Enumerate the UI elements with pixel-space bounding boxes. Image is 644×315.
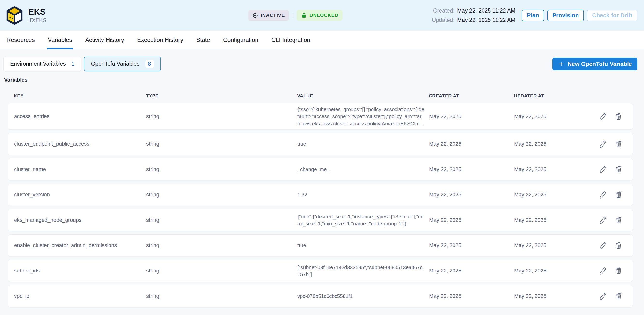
cell-created-at: May 22, 2025 [429, 166, 514, 172]
tab-cli-integration[interactable]: CLI Integration [265, 31, 317, 49]
delete-trash-icon[interactable] [614, 190, 623, 199]
row-actions [595, 140, 623, 148]
cell-created-at: May 22, 2025 [429, 113, 514, 120]
delete-trash-icon[interactable] [614, 140, 623, 148]
tab-activity-history[interactable]: Activity History [78, 31, 130, 49]
row-actions [595, 241, 623, 250]
table-header-row: KEY TYPE VALUE CREATED AT UPDATED AT [8, 93, 633, 99]
cell-type: string [146, 268, 297, 274]
cell-updated-at: May 22, 2025 [514, 217, 595, 223]
check-for-drift-button[interactable]: Check for Drift [587, 10, 638, 21]
edit-pencil-icon[interactable] [598, 267, 607, 275]
cell-value: 1.32 [297, 191, 429, 198]
cell-created-at: May 22, 2025 [429, 293, 514, 299]
cell-type: string [146, 192, 297, 198]
row-actions [595, 112, 623, 121]
variables-toolbar: Environment Variables1OpenTofu Variables… [4, 56, 638, 71]
cell-type: string [146, 166, 297, 172]
cell-created-at: May 22, 2025 [429, 192, 514, 198]
cell-updated-at: May 22, 2025 [514, 166, 595, 172]
table-row: cluster_namestring_change_me_May 22, 202… [8, 158, 633, 180]
toggle-environment-variables[interactable]: Environment Variables1 [4, 56, 81, 71]
cell-value: true [297, 140, 429, 147]
column-header-updated-at: UPDATED AT [514, 93, 595, 99]
edit-pencil-icon[interactable] [598, 241, 607, 250]
table-row: subnet_idsstring["subnet-08f14e7142d3335… [8, 260, 633, 282]
delete-trash-icon[interactable] [614, 241, 623, 250]
timestamps: Created: May 22, 2025 11:22 AM Updated: … [432, 7, 516, 23]
cell-type: string [146, 242, 297, 249]
cell-updated-at: May 22, 2025 [514, 242, 595, 249]
toggle-count-badge: 8 [145, 60, 154, 68]
status-badge-inactive: INACTIVE [248, 10, 289, 21]
cell-key: vpc_id [14, 293, 146, 299]
opentofu-logo-icon [4, 5, 25, 26]
new-opentofu-variable-button[interactable]: New OpenTofu Variable [552, 58, 638, 70]
cell-key: enable_cluster_creator_admin_permissions [14, 242, 146, 249]
environment-header: EKS ID:EKS INACTIVE UNLOCKED Created: Ma [0, 0, 644, 31]
updated-label: Updated: [432, 17, 454, 23]
toggle-label: OpenTofu Variables [91, 61, 139, 67]
cell-updated-at: May 22, 2025 [514, 268, 595, 274]
delete-trash-icon[interactable] [614, 112, 623, 121]
cell-created-at: May 22, 2025 [429, 141, 514, 147]
variables-table: KEY TYPE VALUE CREATED AT UPDATED AT acc… [8, 93, 633, 307]
edit-pencil-icon[interactable] [598, 216, 607, 224]
edit-pencil-icon[interactable] [598, 190, 607, 199]
delete-trash-icon[interactable] [614, 292, 623, 301]
tab-variables[interactable]: Variables [41, 31, 78, 49]
tab-state[interactable]: State [190, 31, 216, 49]
row-actions [595, 190, 623, 199]
lock-status-badge: UNLOCKED [296, 10, 342, 21]
cell-key: cluster_name [14, 166, 146, 172]
status-badge-label: INACTIVE [260, 12, 285, 18]
cell-updated-at: May 22, 2025 [514, 141, 595, 147]
cell-value: {"one":{"desired_size":1,"instance_types… [297, 213, 429, 227]
updated-value: May 22, 2025 11:22 AM [457, 17, 516, 23]
table-row: cluster_endpoint_public_accessstringtrue… [8, 133, 633, 155]
table-row: access_entriesstring{"sso":{"kubernetes_… [8, 103, 633, 130]
plus-icon [558, 61, 564, 67]
edit-pencil-icon[interactable] [598, 140, 607, 148]
delete-trash-icon[interactable] [614, 216, 623, 224]
cell-created-at: May 22, 2025 [429, 268, 514, 274]
cell-created-at: May 22, 2025 [429, 217, 514, 223]
environment-id: ID:EKS [28, 17, 46, 24]
cell-updated-at: May 22, 2025 [514, 192, 595, 198]
delete-trash-icon[interactable] [614, 165, 623, 174]
created-value: May 22, 2025 11:22 AM [457, 7, 516, 14]
column-header-created-at: CREATED AT [429, 93, 514, 99]
table-row: enable_cluster_creator_admin_permissions… [8, 234, 633, 257]
circle-minus-icon [252, 12, 258, 18]
cell-key: eks_managed_node_groups [14, 217, 146, 223]
cell-type: string [146, 217, 297, 223]
plan-button[interactable]: Plan [522, 10, 544, 21]
cell-type: string [146, 113, 297, 120]
row-actions [595, 165, 623, 174]
table-row: vpc_idstringvpc-078b51c6cbc5581f1May 22,… [8, 285, 633, 307]
page-title: EKS [28, 7, 46, 16]
row-actions [595, 216, 623, 224]
toggle-opentofu-variables[interactable]: OpenTofu Variables8 [84, 56, 160, 71]
delete-trash-icon[interactable] [614, 267, 623, 275]
table-title: Variables [4, 77, 644, 83]
provision-button[interactable]: Provision [547, 10, 584, 21]
cell-key: access_entries [14, 113, 146, 120]
toggle-label: Environment Variables [10, 61, 66, 67]
edit-pencil-icon[interactable] [598, 112, 607, 121]
created-label: Created: [432, 7, 454, 14]
cell-value: true [297, 242, 429, 249]
cell-type: string [146, 141, 297, 147]
tab-resources[interactable]: Resources [0, 31, 41, 49]
main-tabbar: ResourcesVariablesActivity HistoryExecut… [0, 31, 644, 49]
column-header-type: TYPE [146, 93, 297, 99]
edit-pencil-icon[interactable] [598, 165, 607, 174]
cell-key: cluster_version [14, 192, 146, 198]
tab-execution-history[interactable]: Execution History [130, 31, 190, 49]
cell-created-at: May 22, 2025 [429, 242, 514, 249]
header-actions: Plan Provision Check for Drift [522, 10, 638, 21]
tab-configuration[interactable]: Configuration [216, 31, 265, 49]
cell-value: vpc-078b51c6cbc5581f1 [297, 293, 429, 300]
cell-type: string [146, 293, 297, 299]
edit-pencil-icon[interactable] [598, 292, 607, 301]
